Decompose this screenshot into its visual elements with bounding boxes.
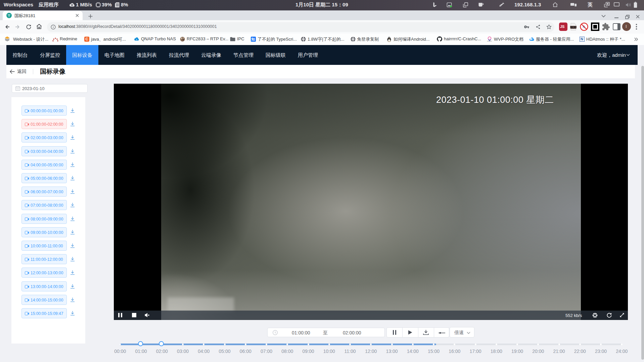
svg-text:WVP-PRO: WVP-PRO [487,41,492,42]
